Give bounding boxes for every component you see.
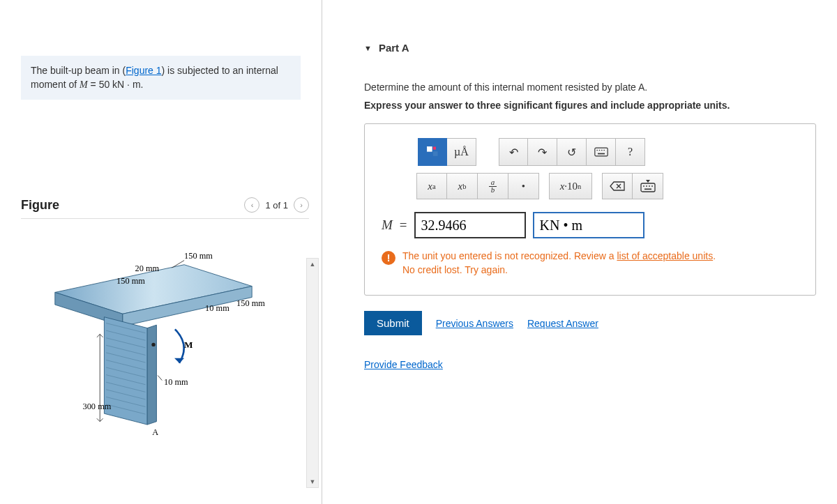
svg-point-36 (646, 185, 647, 187)
instruction-text: Express your answer to three significant… (364, 100, 816, 111)
dim-300: 300 mm (83, 402, 112, 411)
scroll-down-icon[interactable]: ▼ (307, 476, 318, 487)
value-input[interactable] (414, 212, 526, 238)
answer-variable: M (382, 217, 393, 233)
figure-scrollbar[interactable]: ▲ ▼ (306, 258, 319, 488)
request-answer-link[interactable]: Request Answer (527, 318, 598, 329)
previous-answers-link[interactable]: Previous Answers (436, 318, 513, 329)
dim-20: 20 mm (135, 264, 160, 274)
moment-var: M (80, 79, 88, 90)
dot-button[interactable]: • (508, 173, 539, 199)
figure-heading: Figure (21, 198, 59, 213)
figure-next-button[interactable]: › (294, 197, 309, 213)
scroll-up-icon[interactable]: ▲ (307, 259, 318, 270)
problem-text-pre: The built-up beam in ( (31, 65, 126, 76)
feedback-line1-post: . (713, 250, 716, 261)
keyboard-button[interactable] (587, 138, 616, 166)
warning-icon: ! (382, 251, 395, 265)
toolbar-row-2: xa xb ab • x·10n (382, 173, 799, 199)
svg-point-18 (151, 343, 155, 346)
dim-150-right: 150 mm (236, 298, 265, 308)
answer-line: M = (382, 212, 799, 238)
svg-point-27 (598, 150, 600, 151)
unit-input[interactable] (533, 212, 644, 238)
keyboard2-button[interactable] (633, 173, 663, 199)
toolbar-row-1: µÅ ↶ ↷ ↺ ? (382, 138, 799, 166)
svg-point-38 (651, 185, 653, 187)
backspace-button[interactable] (602, 173, 633, 199)
figure-pager: ‹ 1 of 1 › (244, 197, 309, 213)
templates-button[interactable] (418, 138, 447, 166)
svg-point-35 (643, 185, 644, 187)
feedback-line1-pre: The unit you entered is not recognized. … (402, 250, 617, 261)
dim-10-top: 10 mm (205, 303, 229, 313)
svg-point-28 (601, 150, 603, 151)
svg-rect-30 (598, 153, 605, 155)
units-button[interactable]: µÅ (447, 138, 476, 166)
feedback-message: ! The unit you entered is not recognized… (382, 250, 799, 277)
svg-rect-22 (428, 147, 432, 152)
label-M: M (184, 339, 193, 350)
acceptable-units-link[interactable]: list of acceptable units (617, 250, 713, 261)
provide-feedback-link[interactable]: Provide Feedback (364, 359, 443, 370)
svg-rect-23 (433, 147, 436, 150)
fraction-button[interactable]: ab (478, 173, 508, 199)
submit-row: Submit Previous Answers Request Answer (364, 311, 816, 335)
figure-link[interactable]: Figure 1 (126, 65, 161, 76)
part-title: Part A (379, 42, 409, 54)
svg-point-29 (603, 150, 605, 151)
svg-rect-34 (641, 183, 655, 192)
svg-marker-4 (147, 325, 156, 425)
svg-rect-39 (644, 189, 651, 190)
undo-button[interactable]: ↶ (499, 138, 528, 166)
figure-pager-text: 1 of 1 (265, 200, 288, 211)
svg-point-26 (596, 150, 598, 151)
submit-button[interactable]: Submit (364, 311, 422, 335)
subscript-button[interactable]: xb (447, 173, 478, 199)
dim-150-top: 150 mm (184, 251, 213, 261)
figure-image: 150 mm 20 mm 150 mm 150 mm 10 mm M 10 mm… (0, 223, 322, 460)
svg-marker-33 (646, 180, 650, 183)
answer-box: µÅ ↶ ↷ ↺ ? xa xb ab • x·10n (364, 123, 816, 296)
dim-150-left: 150 mm (116, 276, 145, 286)
redo-button[interactable]: ↷ (528, 138, 557, 166)
superscript-button[interactable]: xa (416, 173, 447, 199)
svg-marker-17 (174, 358, 184, 363)
svg-line-20 (158, 376, 162, 381)
feedback-line2: No credit lost. Try again. (402, 264, 508, 275)
dim-10-web: 10 mm (164, 377, 188, 387)
problem-statement: The built-up beam in (Figure 1) is subje… (21, 56, 301, 100)
help-button[interactable]: ? (616, 138, 645, 166)
moment-value: = 50 kN · m. (88, 79, 144, 90)
collapse-icon: ▼ (364, 44, 372, 52)
scientific-button[interactable]: x·10n (549, 173, 592, 199)
svg-rect-25 (594, 148, 607, 156)
equals-sign: = (400, 217, 407, 233)
question-text: Determine the amount of this internal mo… (364, 82, 816, 93)
figure-prev-button[interactable]: ‹ (244, 197, 259, 213)
label-A: A (152, 427, 158, 437)
svg-rect-24 (433, 151, 438, 156)
reset-button[interactable]: ↺ (557, 138, 587, 166)
part-header[interactable]: ▼ Part A (364, 42, 816, 54)
svg-point-37 (649, 185, 650, 187)
